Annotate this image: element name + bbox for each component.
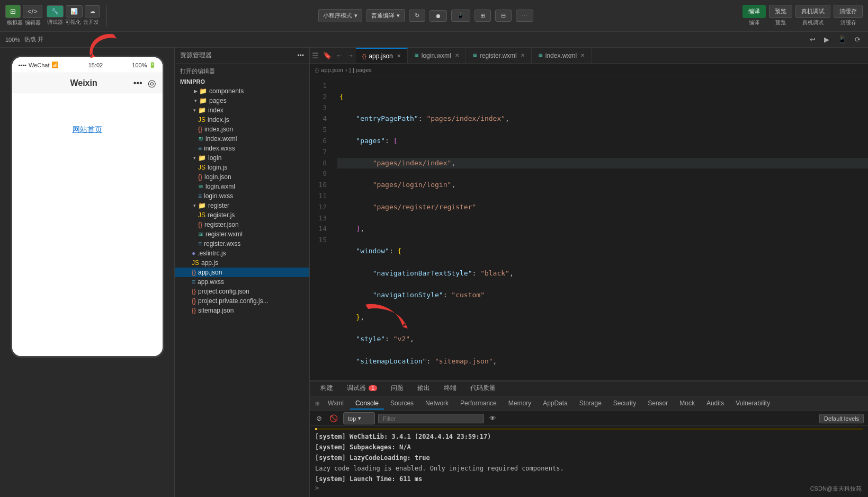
tab-output[interactable]: 输出: [412, 383, 435, 395]
menu-icon[interactable]: ☰: [310, 50, 321, 61]
layout-btn[interactable]: ⊞: [475, 10, 491, 22]
list-item[interactable]: ≡ app.wxss: [175, 277, 309, 287]
preview-btn[interactable]: 预览: [769, 5, 792, 18]
dock-icon[interactable]: ⊞: [313, 400, 321, 407]
simulator-btn[interactable]: ⊞: [5, 5, 21, 18]
tab-code-quality[interactable]: 代码质量: [465, 383, 501, 395]
explorer-more-icon[interactable]: •••: [297, 52, 304, 59]
code-editor[interactable]: 12345 678910 1112131415 { "entryPagePath…: [310, 76, 868, 380]
list-item[interactable]: JS login.js: [175, 163, 309, 172]
tab-register-wxml[interactable]: ≋ register.wxml ✕: [466, 48, 532, 64]
list-item[interactable]: ▾ 📁 pages: [175, 96, 309, 105]
more-dots-icon[interactable]: •••: [133, 78, 142, 88]
main-layout: •••• WeChat 📶 15:02 100% 🔋 Weixin ••• ◎: [0, 48, 868, 497]
signal-dots: ••••: [19, 62, 26, 68]
list-item[interactable]: JS register.js: [175, 210, 309, 220]
list-item[interactable]: ● .eslintrc.js: [175, 248, 309, 258]
debugger-btn[interactable]: 🔧: [47, 5, 64, 17]
devtab-appdata[interactable]: AppData: [538, 398, 573, 410]
tab-index-wxml[interactable]: ≋ index.wxml ✕: [532, 48, 592, 64]
cloud-btn[interactable]: ☁: [85, 5, 100, 17]
list-item[interactable]: {} register.json: [175, 220, 309, 229]
record-btn[interactable]: ⏺: [429, 10, 447, 22]
tab-close-icon[interactable]: ✕: [580, 52, 585, 58]
list-item[interactable]: ▶ 📁 components: [175, 86, 309, 96]
list-item[interactable]: ▾ 📁 register: [175, 201, 309, 210]
undo-btn[interactable]: ↩: [808, 34, 818, 45]
list-item[interactable]: ≋ login.wxml: [175, 182, 309, 191]
list-item[interactable]: {} index.json: [175, 125, 309, 134]
hotload-label[interactable]: 热载 开: [24, 36, 43, 43]
home-circle-icon[interactable]: ◎: [148, 77, 156, 89]
recent-label[interactable]: 打开的编辑器: [175, 66, 309, 77]
tab-debugger[interactable]: 调试器 1: [342, 383, 382, 395]
split-btn[interactable]: ⊟: [495, 10, 512, 22]
phone-btn[interactable]: 📱: [451, 10, 470, 22]
phone-link[interactable]: 网站首页: [73, 125, 102, 135]
more-btn[interactable]: ⋯: [516, 10, 533, 22]
devtab-network[interactable]: Network: [420, 398, 454, 410]
breadcrumb-path[interactable]: [ ] pages: [350, 67, 372, 73]
eye-icon[interactable]: 👁: [487, 413, 498, 423]
list-item[interactable]: JS app.js: [175, 258, 309, 268]
list-item[interactable]: ≋ index.wxml: [175, 134, 309, 144]
project-label[interactable]: MINIPRO: [175, 77, 309, 86]
breadcrumb-file[interactable]: {}: [315, 67, 319, 73]
devtab-audits[interactable]: Audits: [701, 398, 729, 410]
devtab-sensor[interactable]: Sensor: [642, 398, 673, 410]
refresh-btn[interactable]: ↻: [409, 10, 425, 22]
console-clear-icon[interactable]: ⊘: [314, 413, 324, 423]
tab-close-icon[interactable]: ✕: [397, 53, 401, 59]
clear-cache-btn[interactable]: 清缓存: [834, 5, 863, 18]
context-select[interactable]: top ▾: [343, 412, 375, 424]
list-item[interactable]: {} project.config.json: [175, 287, 309, 296]
mode-select[interactable]: 小程序模式 ▾: [318, 9, 362, 22]
editor-btn[interactable]: </>: [23, 5, 42, 18]
compile-select[interactable]: 普通编译 ▾: [366, 9, 405, 22]
devtab-console[interactable]: Console: [350, 398, 384, 410]
visualize-btn[interactable]: 📊: [66, 5, 83, 17]
console-levels[interactable]: Default levels: [819, 414, 864, 423]
real-device-btn[interactable]: 真机调试: [795, 5, 830, 18]
compile-btn[interactable]: 编译: [742, 5, 766, 18]
list-item[interactable]: {} sitemap.json: [175, 306, 309, 315]
console-stop-icon[interactable]: 🚫: [327, 413, 340, 423]
tab-app-json[interactable]: {} app.json ✕: [356, 48, 408, 64]
devtab-storage[interactable]: Storage: [574, 398, 607, 410]
bookmark-icon[interactable]: 🔖: [321, 50, 334, 60]
tab-login-wxml[interactable]: ≋ login.wxml ✕: [408, 48, 466, 64]
chevron-down-icon: ▾: [191, 108, 198, 113]
list-item[interactable]: {} app.json: [175, 268, 309, 277]
json-icon: {}: [198, 126, 202, 133]
list-item[interactable]: {} login.json: [175, 172, 309, 182]
list-item[interactable]: ≡ login.wxss: [175, 191, 309, 201]
list-item[interactable]: ≋ register.wxml: [175, 229, 309, 239]
wxss-icon: ≡: [198, 192, 202, 200]
list-item[interactable]: ▾ 📁 login: [175, 153, 309, 163]
devtab-vulnerability[interactable]: Vulnerability: [730, 398, 775, 410]
devtab-security[interactable]: Security: [608, 398, 641, 410]
devtab-wxml[interactable]: Wxml: [323, 398, 349, 410]
play-btn[interactable]: ▶: [822, 34, 831, 45]
list-item[interactable]: ≡ register.wxss: [175, 239, 309, 248]
devtab-memory[interactable]: Memory: [503, 398, 536, 410]
devtab-mock[interactable]: Mock: [674, 398, 700, 410]
list-item[interactable]: ≡ index.wxss: [175, 144, 309, 153]
mobile-frame-btn[interactable]: 📱: [836, 34, 848, 45]
devtab-performance[interactable]: Performance: [455, 398, 502, 410]
console-prompt[interactable]: >: [315, 484, 863, 492]
console-line: [system] Launch Time: 611 ms: [315, 474, 863, 484]
tab-close-icon[interactable]: ✕: [455, 52, 459, 58]
console-filter-input[interactable]: [378, 414, 484, 423]
tab-terminal[interactable]: 终端: [439, 383, 462, 395]
list-item[interactable]: ▾ 📁 index: [175, 105, 309, 115]
list-item[interactable]: {} project.private.config.js...: [175, 296, 309, 306]
back-icon[interactable]: ←: [334, 50, 345, 60]
rotate-btn[interactable]: ⟳: [853, 34, 863, 45]
tab-build[interactable]: 构建: [315, 383, 338, 395]
tab-issues[interactable]: 问题: [386, 383, 409, 395]
list-item[interactable]: JS index.js: [175, 115, 309, 125]
tab-close-icon[interactable]: ✕: [521, 52, 525, 58]
forward-icon[interactable]: →: [345, 50, 356, 60]
devtab-sources[interactable]: Sources: [385, 398, 419, 410]
